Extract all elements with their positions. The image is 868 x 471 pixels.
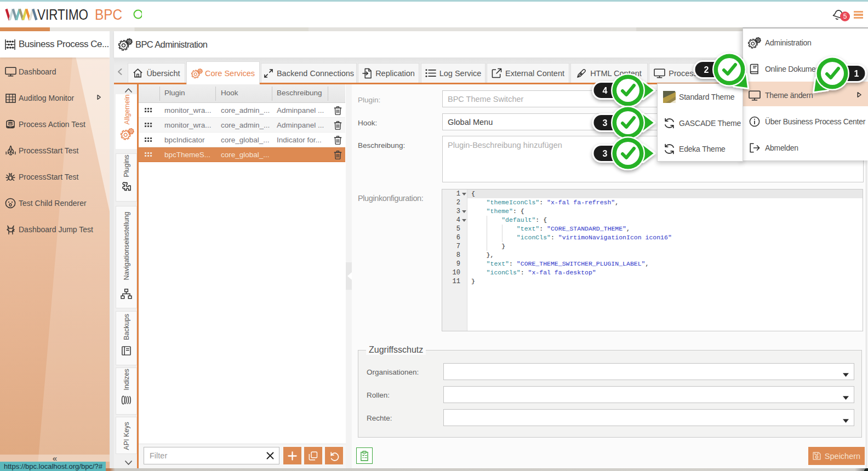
svg-text:VIRTIMO: VIRTIMO (37, 8, 88, 21)
svg-text:BPC: BPC (95, 8, 122, 21)
